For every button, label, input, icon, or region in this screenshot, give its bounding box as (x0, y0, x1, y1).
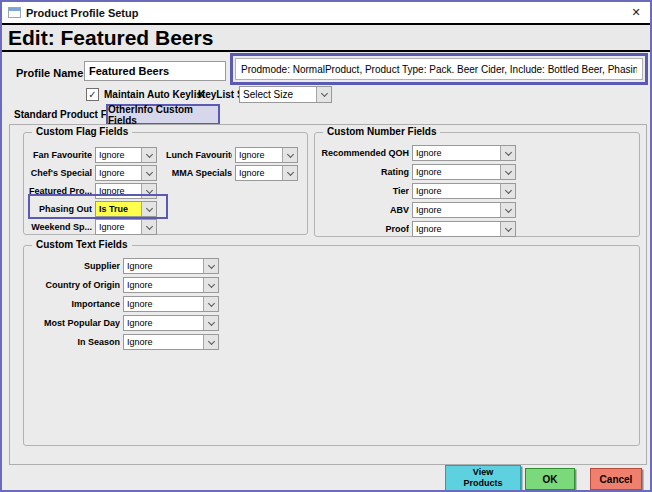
dropdown-arrow-icon (203, 297, 218, 311)
importance-select[interactable]: Ignore (123, 296, 219, 312)
close-button[interactable]: ✕ (628, 5, 644, 21)
field-label: Country of Origin (28, 280, 120, 290)
featured-product-select[interactable]: Ignore (95, 183, 157, 199)
field-label: Tier (319, 186, 409, 196)
prodmode-summary-box: Prodmode: NormalProduct, Product Type: P… (235, 58, 643, 80)
field-label: Lunch Favourite (166, 150, 232, 160)
field-row: Tier Ignore (319, 183, 516, 199)
dropdown-arrow-icon (316, 87, 331, 102)
lunch-favourite-select[interactable]: Ignore (235, 147, 298, 163)
dropdown-arrow-icon (500, 222, 515, 236)
tier-select[interactable]: Ignore (412, 183, 516, 199)
field-row: MMA Specials Ignore (166, 165, 298, 181)
dropdown-arrow-icon (141, 166, 156, 180)
field-label: Recommended QOH (319, 148, 409, 158)
field-row: Weekend Sp... Ignore (26, 219, 157, 235)
field-label: MMA Specials (166, 168, 232, 178)
profile-name-label: Profile Name: (16, 67, 87, 79)
group-title: Custom Flag Fields (32, 126, 132, 137)
field-label: Importance (28, 299, 120, 309)
field-label: In Season (28, 337, 120, 347)
chefs-special-select[interactable]: Ignore (95, 165, 157, 181)
dropdown-arrow-icon (500, 184, 515, 198)
dropdown-arrow-icon (203, 278, 218, 292)
view-products-button[interactable]: View Products (445, 465, 521, 491)
field-label: Supplier (28, 261, 120, 271)
field-row: Recommended QOH Ignore (319, 145, 516, 161)
ok-button[interactable]: OK (525, 468, 575, 490)
close-icon: ✕ (631, 6, 640, 19)
mma-specials-select[interactable]: Ignore (235, 165, 298, 181)
phasing-out-select[interactable]: Is True (95, 201, 157, 217)
product-profile-setup-window: Product Profile Setup ✕ Edit: Featured B… (0, 0, 652, 492)
proof-select[interactable]: Ignore (412, 221, 516, 237)
group-title: Custom Text Fields (32, 239, 132, 250)
supplier-select[interactable]: Ignore (123, 258, 219, 274)
weekend-special-select[interactable]: Ignore (95, 219, 157, 235)
country-of-origin-select[interactable]: Ignore (123, 277, 219, 293)
page-title: Edit: Featured Beers (8, 26, 213, 50)
dropdown-arrow-icon (500, 165, 515, 179)
page-header: Edit: Featured Beers (2, 23, 650, 52)
cancel-button[interactable]: Cancel (590, 468, 642, 490)
field-label: Featured Pro... (26, 186, 92, 196)
dropdown-arrow-icon (282, 166, 297, 180)
field-label: Chef's Special (26, 168, 92, 178)
field-row: Phasing Out Is True (26, 201, 157, 217)
field-row: ABV Ignore (319, 202, 516, 218)
field-row: In Season Ignore (28, 334, 219, 350)
maintain-auto-keylist-checkbox[interactable]: ✓ (86, 88, 99, 101)
most-popular-day-select[interactable]: Ignore (123, 315, 219, 331)
field-row: Most Popular Day Ignore (28, 315, 219, 331)
check-icon: ✓ (88, 90, 96, 100)
title-bar: Product Profile Setup ✕ (2, 2, 650, 23)
field-label: Weekend Sp... (26, 222, 92, 232)
prodmode-summary-text: Prodmode: NormalProduct, Product Type: P… (241, 64, 637, 75)
field-label: ABV (319, 205, 409, 215)
custom-text-fields-group: Custom Text Fields Supplier Ignore Count… (23, 245, 640, 446)
dropdown-arrow-icon (500, 203, 515, 217)
app-icon (8, 7, 21, 18)
dropdown-arrow-icon (203, 316, 218, 330)
dropdown-arrow-icon (282, 148, 297, 162)
profile-name-input[interactable] (84, 61, 226, 81)
rating-select[interactable]: Ignore (412, 164, 516, 180)
window-title: Product Profile Setup (26, 7, 138, 19)
dropdown-arrow-icon (141, 184, 156, 198)
recommended-qoh-select[interactable]: Ignore (412, 145, 516, 161)
field-row: Lunch Favourite Ignore (166, 147, 298, 163)
field-label: Proof (319, 224, 409, 234)
dropdown-arrow-icon (141, 220, 156, 234)
field-label: Rating (319, 167, 409, 177)
dropdown-arrow-icon (141, 148, 156, 162)
tab-page-panel: Custom Flag Fields Fan Favourite Ignore … (9, 124, 647, 465)
field-row: Chef's Special Ignore (26, 165, 157, 181)
fan-favourite-select[interactable]: Ignore (95, 147, 157, 163)
field-label: Fan Favourite (26, 150, 92, 160)
dropdown-arrow-icon (203, 335, 218, 349)
field-label: Phasing Out (26, 204, 92, 214)
tab-otherinfo-custom-fields[interactable]: OtherInfo Custom Fields (106, 104, 220, 125)
field-row: Featured Pro... Ignore (26, 183, 157, 199)
field-row: Proof Ignore (319, 221, 516, 237)
field-row: Fan Favourite Ignore (26, 147, 157, 163)
field-row: Importance Ignore (28, 296, 219, 312)
maintain-auto-keylist-label: Maintain Auto Keylist (104, 89, 205, 100)
prodmode-annotation-box: Prodmode: NormalProduct, Product Type: P… (230, 53, 648, 85)
field-row: Country of Origin Ignore (28, 277, 219, 293)
field-row: Supplier Ignore (28, 258, 219, 274)
keylist-size-select[interactable]: Select Size (239, 86, 332, 103)
abv-select[interactable]: Ignore (412, 202, 516, 218)
dropdown-arrow-icon (141, 202, 156, 216)
dropdown-arrow-icon (203, 259, 218, 273)
group-title: Custom Number Fields (323, 126, 440, 137)
field-row: Rating Ignore (319, 164, 516, 180)
custom-flag-fields-group: Custom Flag Fields Fan Favourite Ignore … (23, 132, 308, 235)
dropdown-arrow-icon (500, 146, 515, 160)
field-label: Most Popular Day (28, 318, 120, 328)
in-season-select[interactable]: Ignore (123, 334, 219, 350)
custom-number-fields-group: Custom Number Fields Recommended QOH Ign… (314, 132, 640, 237)
